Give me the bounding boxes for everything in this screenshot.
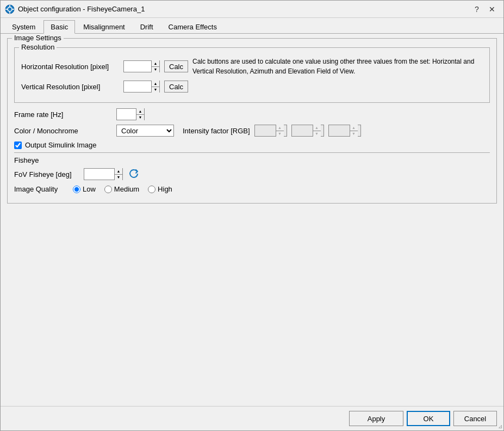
intensity-g-down: ▼ xyxy=(313,131,321,137)
horizontal-resolution-spinbox[interactable]: 320 ▲ ▼ xyxy=(123,60,160,72)
frame-rate-down[interactable]: ▼ xyxy=(136,115,144,121)
horizontal-resolution-row: Horizontal Resolution [pixel] 320 ▲ ▼ Ca… xyxy=(21,57,483,76)
intensity-b-input: 0.11 xyxy=(329,125,350,136)
quality-medium-option[interactable]: Medium xyxy=(104,185,139,193)
fov-input[interactable]: 160.00 xyxy=(84,169,114,180)
quality-low-option[interactable]: Low xyxy=(73,185,96,193)
app-icon xyxy=(5,4,15,14)
footer: Apply OK Cancel xyxy=(1,406,503,430)
horizontal-resolution-spinner: ▲ ▼ xyxy=(151,60,159,72)
vertical-resolution-down[interactable]: ▼ xyxy=(152,87,159,93)
horizontal-resolution-label: Horizontal Resolution [pixel] xyxy=(21,63,119,71)
vertical-resolution-row: Vertical Resolution [pixel] 240 ▲ ▼ Calc xyxy=(21,81,483,93)
tab-basic[interactable]: Basic xyxy=(43,20,75,34)
vertical-calc-button[interactable]: Calc xyxy=(164,81,188,93)
image-settings-group: Image Settings Resolution Horizontal Res… xyxy=(7,38,497,204)
tab-drift[interactable]: Drift xyxy=(133,20,160,33)
vertical-resolution-spinner: ▲ ▼ xyxy=(151,81,159,93)
image-quality-row: Image Quality Low Medium High xyxy=(14,185,490,193)
fisheye-section: Fisheye FoV Fisheye [deg] 160.00 ▲ ▼ xyxy=(14,156,490,193)
quality-medium-label: Medium xyxy=(114,185,139,193)
horizontal-calc-button[interactable]: Calc xyxy=(164,60,188,72)
cancel-button[interactable]: Cancel xyxy=(453,411,497,426)
horizontal-resolution-input[interactable]: 320 xyxy=(124,61,151,72)
fov-refresh-button[interactable] xyxy=(127,168,140,181)
horizontal-resolution-down[interactable]: ▼ xyxy=(152,67,159,73)
ok-button[interactable]: OK xyxy=(407,411,450,426)
quality-high-label: High xyxy=(158,185,172,193)
intensity-r-up: ▲ xyxy=(276,125,284,131)
frame-rate-input[interactable]: 20 xyxy=(117,109,136,120)
color-mono-label: Color / Monochrome xyxy=(14,127,112,135)
output-simulink-checkbox[interactable] xyxy=(14,141,22,149)
resize-grip: ⊿ xyxy=(498,423,502,429)
frame-rate-label: Frame rate [Hz] xyxy=(14,110,112,119)
fov-fisheye-row: FoV Fisheye [deg] 160.00 ▲ ▼ xyxy=(14,168,490,181)
color-mono-row: Color / Monochrome Color Monochrome Inte… xyxy=(14,125,490,137)
fov-up[interactable]: ▲ xyxy=(115,168,122,175)
intensity-b-up: ▲ xyxy=(350,125,358,131)
intensity-b-spinner: ▲ ▼ xyxy=(350,125,358,137)
intensity-label: Intensity factor [RGB] xyxy=(183,127,250,135)
resolution-group: Resolution Horizontal Resolution [pixel]… xyxy=(14,47,490,103)
title-bar: Object configuration - FisheyeCamera_1 ?… xyxy=(1,1,503,18)
frame-rate-row: Frame rate [Hz] 20 ▲ ▼ xyxy=(14,108,490,120)
fisheye-title: Fisheye xyxy=(14,156,490,164)
main-window: Object configuration - FisheyeCamera_1 ?… xyxy=(0,0,504,431)
info-text: Calc buttons are used to calculate one v… xyxy=(192,57,483,76)
footer-wrapper: Apply OK Cancel ⊿ xyxy=(1,406,503,430)
intensity-g-spinbox: 0.59 ▲ ▼ xyxy=(291,125,324,137)
quality-medium-radio[interactable] xyxy=(104,186,112,193)
vertical-resolution-spinbox[interactable]: 240 ▲ ▼ xyxy=(123,81,160,93)
fov-spinbox[interactable]: 160.00 ▲ ▼ xyxy=(84,168,123,180)
intensity-r-down: ▼ xyxy=(276,131,284,137)
close-button[interactable]: ✕ xyxy=(485,3,499,15)
output-simulink-row: Output Simulink Image xyxy=(14,141,490,149)
resolution-title: Resolution xyxy=(19,43,57,51)
intensity-b-spinbox: 0.11 ▲ ▼ xyxy=(328,125,361,137)
color-mono-select[interactable]: Color Monochrome xyxy=(116,125,174,137)
apply-button[interactable]: Apply xyxy=(349,411,403,426)
intensity-r-spinbox: 0.30 ▲ ▼ xyxy=(254,125,287,137)
fov-spinner: ▲ ▼ xyxy=(114,168,122,180)
tab-bar: System Basic Misalignment Drift Camera E… xyxy=(1,18,503,34)
quality-high-radio[interactable] xyxy=(148,186,155,193)
image-quality-label: Image Quality xyxy=(14,185,69,193)
intensity-g-up: ▲ xyxy=(313,125,321,131)
tab-system[interactable]: System xyxy=(5,20,42,33)
main-content: Image Settings Resolution Horizontal Res… xyxy=(1,34,503,406)
quality-low-label: Low xyxy=(83,185,96,193)
horizontal-resolution-up[interactable]: ▲ xyxy=(152,60,159,67)
intensity-g-input: 0.59 xyxy=(292,125,313,136)
intensity-r-spinner: ▲ ▼ xyxy=(276,125,284,137)
intensity-g-spinner: ▲ ▼ xyxy=(313,125,321,137)
title-bar-buttons: ? ✕ xyxy=(470,3,499,15)
fov-down[interactable]: ▼ xyxy=(115,175,122,181)
intensity-r-input: 0.30 xyxy=(255,125,276,136)
frame-rate-spinbox[interactable]: 20 ▲ ▼ xyxy=(116,108,145,120)
vertical-resolution-up[interactable]: ▲ xyxy=(152,81,159,87)
tab-camera-effects[interactable]: Camera Effects xyxy=(161,20,224,33)
vertical-resolution-label: Vertical Resolution [pixel] xyxy=(21,83,119,91)
intensity-b-down: ▼ xyxy=(350,131,358,137)
fov-label: FoV Fisheye [deg] xyxy=(14,170,79,178)
tab-misalignment[interactable]: Misalignment xyxy=(76,20,132,33)
output-simulink-label[interactable]: Output Simulink Image xyxy=(25,141,97,149)
vertical-resolution-input[interactable]: 240 xyxy=(124,81,151,92)
frame-rate-spinner: ▲ ▼ xyxy=(136,108,144,120)
image-quality-radio-group: Low Medium High xyxy=(73,185,172,193)
frame-rate-up[interactable]: ▲ xyxy=(136,108,144,115)
quality-low-radio[interactable] xyxy=(73,186,80,193)
quality-high-option[interactable]: High xyxy=(148,185,172,193)
help-button[interactable]: ? xyxy=(470,3,484,15)
image-settings-title: Image Settings xyxy=(12,34,64,42)
window-title: Object configuration - FisheyeCamera_1 xyxy=(18,5,470,13)
